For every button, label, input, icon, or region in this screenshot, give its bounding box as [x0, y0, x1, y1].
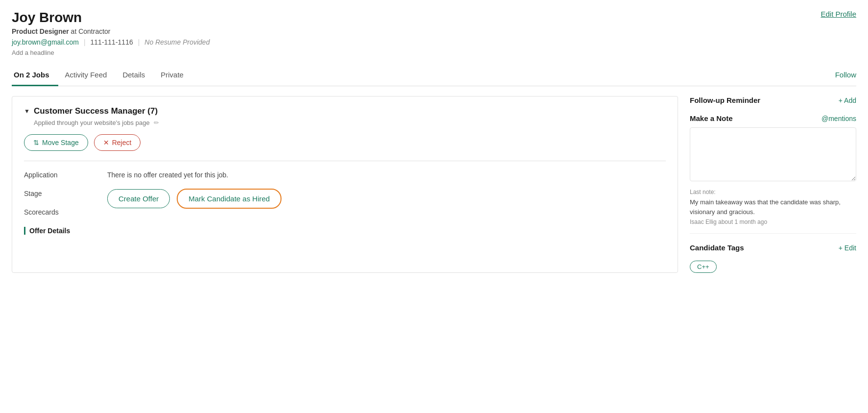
side-nav-container: Application Stage Scorecards Offer Detai…: [24, 169, 666, 235]
tab-details[interactable]: Details: [120, 66, 154, 86]
side-nav-offer-details[interactable]: Offer Details: [24, 227, 88, 235]
edit-source-icon[interactable]: ✏: [154, 119, 159, 126]
followup-header: Follow-up Reminder + Add: [690, 96, 856, 104]
action-buttons: ⇅ Move Stage ✕ Reject: [24, 134, 666, 151]
move-stage-button[interactable]: ⇅ Move Stage: [24, 134, 88, 151]
note-textarea[interactable]: [690, 127, 856, 181]
mark-candidate-hired-button[interactable]: Mark Candidate as Hired: [177, 189, 282, 209]
reject-icon: ✕: [103, 139, 109, 146]
right-panel: Follow-up Reminder + Add Make a Note @me…: [690, 96, 856, 273]
candidate-tags-section: Candidate Tags + Edit C++: [690, 243, 856, 273]
add-headline[interactable]: Add a headline: [12, 49, 210, 56]
tab-private[interactable]: Private: [159, 66, 192, 86]
collapse-icon[interactable]: ▼: [24, 108, 30, 115]
offer-content: There is no offer created yet for this j…: [107, 169, 666, 235]
candidate-tags-header: Candidate Tags + Edit: [690, 243, 856, 252]
separator-2: |: [138, 38, 140, 46]
reject-button[interactable]: ✕ Reject: [94, 134, 141, 151]
followup-title: Follow-up Reminder: [690, 96, 760, 104]
separator-1: |: [84, 38, 86, 46]
offer-buttons: Create Offer Mark Candidate as Hired: [107, 189, 666, 209]
applied-through: Applied through your website's jobs page…: [34, 119, 666, 126]
side-nav-application[interactable]: Application: [24, 171, 88, 179]
make-note-title: Make a Note: [690, 114, 733, 122]
candidate-phone: 111-111-1116: [91, 38, 133, 46]
candidate-contact: joy.brown@gmail.com | 111-111-1116 | No …: [12, 38, 210, 46]
last-note-author: Isaac Ellig about 1 month ago: [690, 219, 856, 225]
job-header: ▼ Customer Success Manager (7): [24, 106, 666, 116]
left-panel: ▼ Customer Success Manager (7) Applied t…: [12, 96, 678, 273]
make-note-section: Make a Note @mentions Last note: My main…: [690, 114, 856, 234]
edit-profile-link[interactable]: Edit Profile: [821, 10, 856, 18]
add-reminder-link[interactable]: + Add: [839, 97, 856, 104]
move-stage-icon: ⇅: [33, 139, 39, 146]
candidate-name: Joy Brown: [12, 10, 210, 25]
no-resume-text: No Resume Provided: [144, 38, 210, 46]
side-nav-stage[interactable]: Stage: [24, 190, 88, 197]
make-note-header: Make a Note @mentions: [690, 114, 856, 122]
tab-activity-feed[interactable]: Activity Feed: [63, 66, 116, 86]
last-note-label: Last note:: [690, 189, 856, 195]
tag-cpp: C++: [690, 261, 717, 273]
last-note-section: Last note: My main takeaway was that the…: [690, 189, 856, 234]
edit-tags-link[interactable]: + Edit: [839, 244, 856, 252]
create-offer-button[interactable]: Create Offer: [107, 189, 170, 208]
candidate-email[interactable]: joy.brown@gmail.com: [12, 38, 79, 46]
last-note-text: My main takeaway was that the candidate …: [690, 197, 856, 217]
tabs-left: On 2 Jobs Activity Feed Details Private: [12, 65, 197, 86]
divider: [24, 161, 666, 161]
tab-on-2-jobs[interactable]: On 2 Jobs: [12, 66, 58, 86]
no-offer-text: There is no offer created yet for this j…: [107, 171, 666, 179]
candidate-title: Product Designer at Contractor: [12, 27, 210, 35]
side-nav-links: Application Stage Scorecards Offer Detai…: [24, 169, 88, 235]
side-nav-scorecards[interactable]: Scorecards: [24, 208, 88, 216]
tabs-bar: On 2 Jobs Activity Feed Details Private …: [12, 65, 856, 86]
mentions-link[interactable]: @mentions: [821, 115, 856, 122]
followup-reminder-section: Follow-up Reminder + Add: [690, 96, 856, 104]
candidate-tags-title: Candidate Tags: [690, 243, 744, 252]
main-content: ▼ Customer Success Manager (7) Applied t…: [12, 96, 856, 273]
job-title: Customer Success Manager (7): [34, 106, 158, 116]
follow-link[interactable]: Follow: [835, 71, 856, 79]
